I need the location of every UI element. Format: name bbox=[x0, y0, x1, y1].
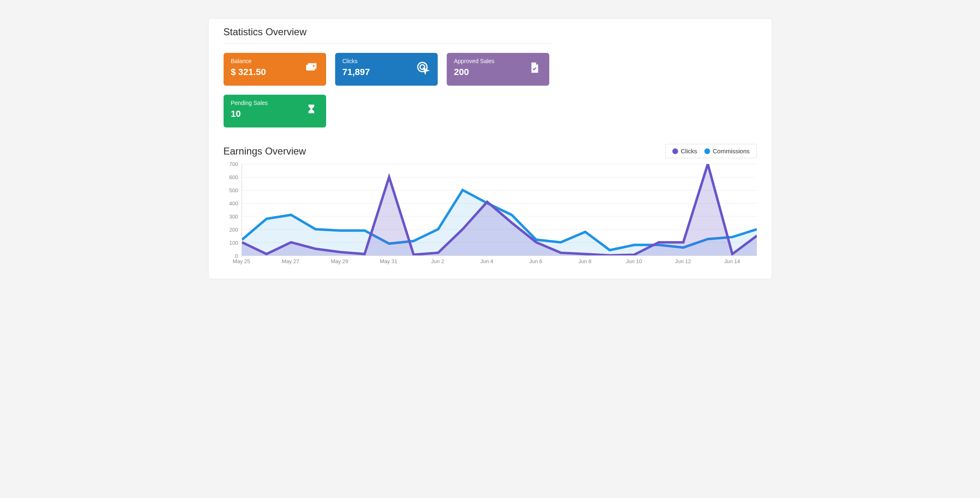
svg-point-2 bbox=[313, 65, 314, 67]
stat-card-balance[interactable]: Balance $ 321.50 bbox=[224, 53, 326, 86]
earnings-chart: 0100200300400500600700 May 25May 27May 2… bbox=[224, 164, 757, 266]
legend-dot-icon bbox=[672, 148, 678, 154]
stat-card-approved[interactable]: Approved Sales 200 bbox=[447, 53, 549, 86]
chart-y-axis: 0100200300400500600700 bbox=[224, 164, 241, 256]
wallet-icon bbox=[304, 60, 319, 75]
stat-value: 71,897 bbox=[343, 67, 370, 77]
stat-cards: Balance $ 321.50 Clicks 71,897 bbox=[224, 53, 552, 127]
divider bbox=[224, 43, 552, 44]
stat-label: Clicks bbox=[343, 58, 370, 64]
stat-card-pending[interactable]: Pending Sales 10 bbox=[224, 95, 326, 127]
chart-svg bbox=[242, 164, 757, 255]
dashboard-panel: Statistics Overview Balance $ 321.50 Cli… bbox=[208, 18, 772, 279]
click-target-icon bbox=[416, 60, 430, 75]
stat-value: $ 321.50 bbox=[231, 67, 266, 77]
chart-x-axis: May 25May 27May 29May 31Jun 2Jun 4Jun 6J… bbox=[242, 256, 757, 266]
stat-card-clicks[interactable]: Clicks 71,897 bbox=[335, 53, 438, 86]
stat-label: Approved Sales bbox=[454, 58, 495, 64]
hourglass-icon bbox=[304, 102, 319, 117]
legend-dot-icon bbox=[704, 148, 710, 154]
stat-label: Balance bbox=[231, 58, 266, 64]
legend-item-commissions[interactable]: Commissions bbox=[704, 148, 749, 155]
stat-label: Pending Sales bbox=[231, 100, 268, 106]
file-check-icon bbox=[527, 60, 542, 75]
stat-value: 10 bbox=[231, 109, 268, 119]
chart-plot-area bbox=[242, 164, 757, 256]
stat-value: 200 bbox=[454, 67, 495, 77]
legend-label: Commissions bbox=[713, 148, 749, 155]
legend-label: Clicks bbox=[681, 148, 697, 155]
chart-legend: Clicks Commissions bbox=[665, 144, 756, 158]
earnings-title: Earnings Overview bbox=[224, 146, 306, 157]
svg-rect-1 bbox=[308, 63, 316, 69]
legend-item-clicks[interactable]: Clicks bbox=[672, 148, 697, 155]
stats-title: Statistics Overview bbox=[224, 26, 552, 38]
